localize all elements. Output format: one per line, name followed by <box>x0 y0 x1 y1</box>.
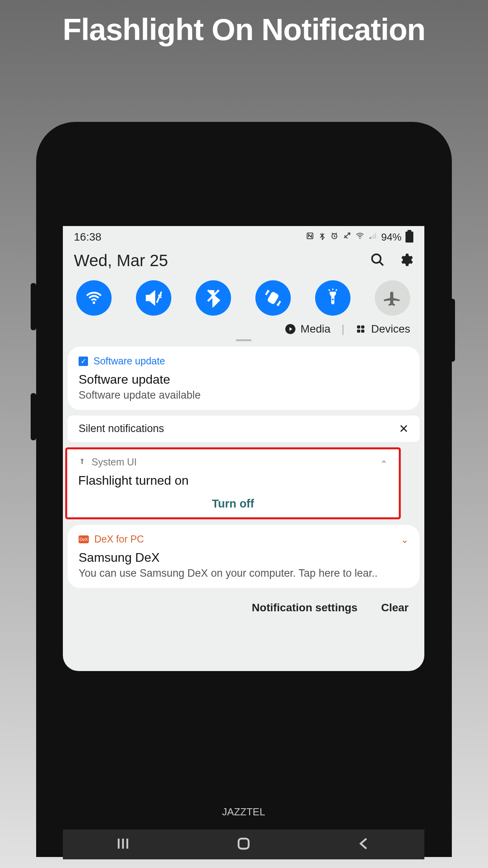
svg-rect-14 <box>357 329 360 333</box>
svg-rect-3 <box>370 237 371 239</box>
devices-button[interactable]: Devices <box>355 323 410 335</box>
qs-flashlight-toggle[interactable] <box>315 280 350 316</box>
devices-label: Devices <box>371 323 410 335</box>
phone-side-button <box>31 283 36 330</box>
signal-icon <box>369 232 377 243</box>
panel-footer: Notification settings Clear <box>63 594 424 622</box>
qs-mute-toggle[interactable] <box>136 280 171 316</box>
silent-notifications-header: Silent notifications ✕ <box>68 416 420 442</box>
svg-rect-5 <box>373 234 374 239</box>
svg-point-2 <box>359 238 360 239</box>
notification-body: Software update available <box>79 389 409 401</box>
notification-title: Flashlight turned on <box>78 473 388 488</box>
alarm-icon <box>330 232 339 243</box>
phone-side-button <box>31 393 36 440</box>
qs-airplane-toggle[interactable] <box>375 280 410 316</box>
svg-rect-12 <box>357 326 360 329</box>
chevron-up-icon[interactable]: ⌃ <box>380 459 388 470</box>
notification-app-line: DeX DeX for PC <box>79 533 409 545</box>
clear-button[interactable]: Clear <box>381 601 409 614</box>
notification-title: Software update <box>79 372 409 387</box>
notification-flashlight[interactable]: System UI ⌃ Flashlight turned on Turn of… <box>65 447 401 519</box>
notification-app-name: System UI <box>92 456 137 468</box>
panel-header: Wed, Mar 25 <box>63 245 424 274</box>
notification-app-line: ✓ Software update <box>79 355 409 367</box>
vibrate-icon <box>343 232 351 243</box>
bluetooth-icon <box>318 232 326 243</box>
notification-app-name: DeX for PC <box>94 533 144 545</box>
phone-side-button <box>449 299 455 362</box>
nav-recents-button[interactable] <box>114 835 132 854</box>
qs-wifi-toggle[interactable] <box>76 280 112 316</box>
nfc-icon <box>306 232 314 243</box>
battery-icon <box>405 232 413 243</box>
svg-rect-16 <box>238 839 249 849</box>
status-icons: 94% <box>306 231 413 243</box>
status-bar: 16:38 94% <box>63 226 424 245</box>
notification-app-name: Software update <box>94 355 165 367</box>
notification-settings-button[interactable]: Notification settings <box>252 601 358 614</box>
page-title: Flashlight On Notification <box>0 0 488 48</box>
svg-rect-9 <box>268 292 278 304</box>
svg-point-8 <box>93 302 95 304</box>
dex-icon: DeX <box>79 535 89 543</box>
nav-back-button[interactable] <box>356 835 373 854</box>
date-text: Wed, Mar 25 <box>74 251 168 270</box>
nav-home-button[interactable] <box>235 835 252 854</box>
status-time: 16:38 <box>74 231 101 243</box>
svg-rect-4 <box>371 236 372 239</box>
qs-bluetooth-toggle[interactable] <box>196 280 231 316</box>
svg-rect-15 <box>361 329 365 333</box>
svg-rect-6 <box>375 233 376 239</box>
carrier-label: JAZZTEL <box>64 806 424 818</box>
quick-settings-subrow: Media | Devices <box>63 320 424 337</box>
close-icon[interactable]: ✕ <box>399 422 409 436</box>
checkbox-icon: ✓ <box>79 357 88 366</box>
qs-autorotate-toggle[interactable] <box>255 280 291 316</box>
turn-off-button[interactable]: Turn off <box>78 490 388 510</box>
svg-point-10 <box>332 299 334 301</box>
chevron-down-icon[interactable]: ⌄ <box>401 534 409 545</box>
notification-panel: 16:38 94% Wed, Mar 25 <box>63 226 424 671</box>
notification-dex[interactable]: DeX DeX for PC ⌄ Samsung DeX You can use… <box>68 525 420 588</box>
flashlight-icon <box>78 456 86 468</box>
svg-rect-13 <box>361 326 365 329</box>
notification-title: Samsung DeX <box>79 550 409 565</box>
search-icon[interactable] <box>370 252 385 269</box>
wifi-icon <box>355 231 365 243</box>
media-button[interactable]: Media <box>285 323 330 335</box>
svg-point-7 <box>372 254 381 263</box>
panel-handle[interactable] <box>236 339 251 341</box>
silent-header-label: Silent notifications <box>79 423 164 435</box>
battery-percent: 94% <box>381 231 402 243</box>
notification-body: You can use Samsung DeX on your computer… <box>79 567 409 579</box>
gear-icon[interactable] <box>398 252 413 269</box>
notification-software-update[interactable]: ✓ Software update Software update Softwa… <box>68 347 420 410</box>
media-label: Media <box>301 323 330 335</box>
quick-settings-row <box>63 274 424 320</box>
android-navigation-bar <box>63 829 424 859</box>
notification-app-line: System UI <box>78 456 388 468</box>
